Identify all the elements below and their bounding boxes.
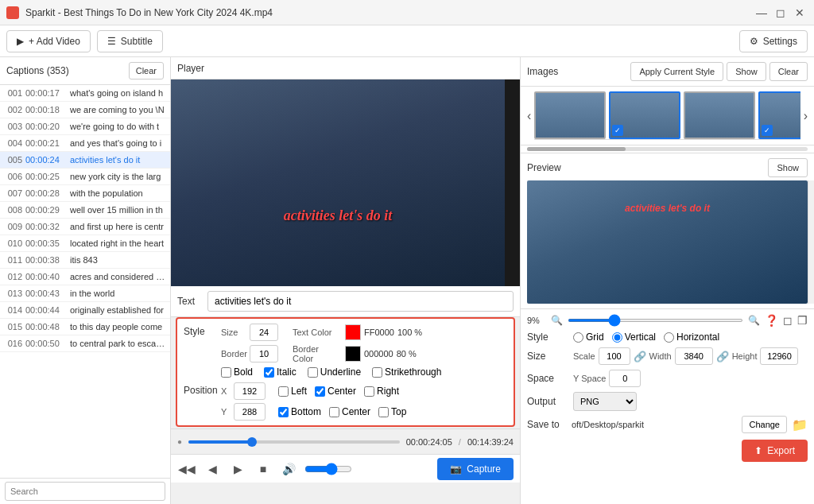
- scale-input[interactable]: [599, 347, 630, 365]
- settings-button[interactable]: ⚙ Settings: [739, 30, 808, 52]
- y-input[interactable]: [234, 403, 266, 421]
- list-item-active[interactable]: 005 00:00:24 activities let's do it: [0, 152, 170, 169]
- underline-checkbox-label[interactable]: Underline: [308, 366, 361, 378]
- zoom-fullscreen-icon[interactable]: ❐: [797, 314, 808, 327]
- vertical-radio[interactable]: [612, 332, 622, 343]
- strikethrough-checkbox-label[interactable]: Strikethrough: [372, 366, 441, 378]
- size-input[interactable]: [250, 324, 278, 341]
- minimize-button[interactable]: —: [754, 5, 769, 21]
- list-item[interactable]: 001 00:00:17 what's going on island h: [0, 85, 170, 102]
- zoom-slider[interactable]: [568, 319, 743, 322]
- zoom-out-icon[interactable]: 🔍: [551, 315, 563, 326]
- bold-checkbox-label[interactable]: Bold: [221, 366, 253, 378]
- italic-checkbox[interactable]: [264, 367, 274, 378]
- list-item[interactable]: 004 00:00:21 and yes that's going to i: [0, 135, 170, 152]
- timeline-track[interactable]: [188, 440, 400, 444]
- center-v-checkbox-label[interactable]: Center: [329, 406, 370, 417]
- right-radio-label[interactable]: Right: [364, 386, 399, 397]
- list-item[interactable]: 016 00:00:50 to central park to escape: [0, 335, 170, 352]
- grid-radio[interactable]: [573, 332, 583, 343]
- timeline-thumb[interactable]: [247, 437, 257, 447]
- rewind-button[interactable]: ◀: [203, 459, 222, 479]
- zoom-reset-icon[interactable]: ◻: [783, 314, 793, 327]
- thumbnails-next-button[interactable]: ›: [800, 107, 811, 125]
- change-button[interactable]: Change: [742, 416, 787, 433]
- strikethrough-checkbox[interactable]: [372, 367, 382, 378]
- horizontal-radio-label[interactable]: Horizontal: [664, 331, 719, 343]
- center-h-checkbox[interactable]: [315, 386, 325, 397]
- search-input[interactable]: [5, 482, 165, 501]
- width-input[interactable]: [675, 347, 713, 365]
- scroll-track[interactable]: [527, 147, 808, 151]
- position-row-1: X Left Center Right: [221, 382, 507, 400]
- add-video-icon: ▶: [17, 36, 24, 47]
- horizontal-radio[interactable]: [664, 332, 674, 343]
- bottom-checkbox-label[interactable]: Bottom: [278, 406, 321, 417]
- list-item[interactable]: 003 00:00:20 we're going to do with t: [0, 118, 170, 135]
- thumbnail-3[interactable]: [684, 91, 755, 139]
- video-subtitle-text: activities let's do it: [284, 207, 392, 224]
- left-radio-label[interactable]: Left: [278, 386, 307, 397]
- total-time: 00:14:39:24: [467, 437, 514, 447]
- add-video-button[interactable]: ▶ + Add Video: [6, 30, 91, 52]
- center-h-radio-label[interactable]: Center: [315, 386, 356, 397]
- border-input[interactable]: [250, 345, 278, 362]
- thumbnail-2[interactable]: ✓: [609, 91, 680, 139]
- list-item[interactable]: 009 00:00:32 and first up here is centr: [0, 219, 170, 235]
- list-item[interactable]: 002 00:00:18 we are coming to you \N: [0, 102, 170, 118]
- zoom-fit-icon[interactable]: ❓: [765, 314, 778, 327]
- list-item[interactable]: 013 00:00:43 in the world: [0, 285, 170, 302]
- list-item[interactable]: 014 00:00:44 originally established for: [0, 302, 170, 319]
- grid-radio-label[interactable]: Grid: [573, 331, 604, 343]
- thumbnail-4[interactable]: ✓: [758, 91, 800, 139]
- images-clear-button[interactable]: Clear: [769, 62, 808, 81]
- list-item[interactable]: 007 00:00:28 with the population: [0, 185, 170, 202]
- captions-header: Captions (353) Clear: [0, 57, 170, 85]
- volume-button[interactable]: 🔊: [279, 459, 298, 479]
- vertical-radio-label[interactable]: Vertical: [612, 331, 656, 343]
- captions-clear-button[interactable]: Clear: [129, 62, 164, 79]
- output-select[interactable]: PNG JPG MP4: [573, 392, 637, 411]
- list-item[interactable]: 010 00:00:35 located right in the heart: [0, 235, 170, 252]
- apply-style-button[interactable]: Apply Current Style: [630, 62, 723, 81]
- height-input[interactable]: [760, 347, 798, 365]
- images-show-button[interactable]: Show: [727, 62, 766, 81]
- preview-scrollbar[interactable]: [808, 180, 814, 304]
- list-item[interactable]: 012 00:00:40 acres and considered Oni: [0, 269, 170, 285]
- capture-button[interactable]: 📷 Capture: [437, 458, 514, 480]
- y-space-input[interactable]: [609, 370, 641, 387]
- stop-button[interactable]: ■: [254, 459, 273, 479]
- top-checkbox-label[interactable]: Top: [378, 406, 406, 417]
- text-input[interactable]: [207, 291, 514, 312]
- right-checkbox[interactable]: [364, 386, 374, 397]
- close-button[interactable]: ✕: [792, 5, 808, 21]
- volume-slider[interactable]: [304, 463, 352, 475]
- video-player[interactable]: activities let's do it: [171, 79, 505, 286]
- captions-list[interactable]: 001 00:00:17 what's going on island h 00…: [0, 85, 170, 478]
- border-color-swatch[interactable]: [345, 346, 361, 362]
- toolbar-left: ▶ + Add Video ☰ Subtitle: [6, 30, 163, 52]
- export-button[interactable]: ⬆ Export: [742, 440, 808, 462]
- left-checkbox[interactable]: [278, 386, 289, 397]
- maximize-button[interactable]: ◻: [773, 5, 789, 21]
- x-input[interactable]: [234, 382, 266, 400]
- italic-checkbox-label[interactable]: Italic: [264, 366, 297, 378]
- underline-checkbox[interactable]: [308, 367, 318, 378]
- bottom-checkbox[interactable]: [278, 407, 289, 417]
- play-button[interactable]: ▶: [228, 459, 247, 479]
- thumbnail-1[interactable]: [534, 91, 606, 139]
- thumbnails-prev-button[interactable]: ‹: [524, 107, 534, 125]
- list-item[interactable]: 015 00:00:48 to this day people come: [0, 319, 170, 335]
- bold-checkbox[interactable]: [221, 367, 231, 378]
- zoom-in-icon[interactable]: 🔍: [748, 315, 760, 326]
- list-item[interactable]: 008 00:00:29 well over 15 million in th: [0, 202, 170, 219]
- top-checkbox[interactable]: [378, 407, 389, 417]
- prev-button[interactable]: ◀◀: [177, 459, 196, 479]
- text-color-swatch[interactable]: [345, 324, 361, 340]
- preview-show-button[interactable]: Show: [768, 158, 808, 177]
- folder-icon[interactable]: 📁: [792, 417, 808, 432]
- list-item[interactable]: 006 00:00:25 new york city is the larg: [0, 169, 170, 185]
- center-v-checkbox[interactable]: [329, 407, 339, 417]
- list-item[interactable]: 011 00:00:38 itis 843: [0, 252, 170, 269]
- subtitle-button[interactable]: ☰ Subtitle: [97, 30, 163, 52]
